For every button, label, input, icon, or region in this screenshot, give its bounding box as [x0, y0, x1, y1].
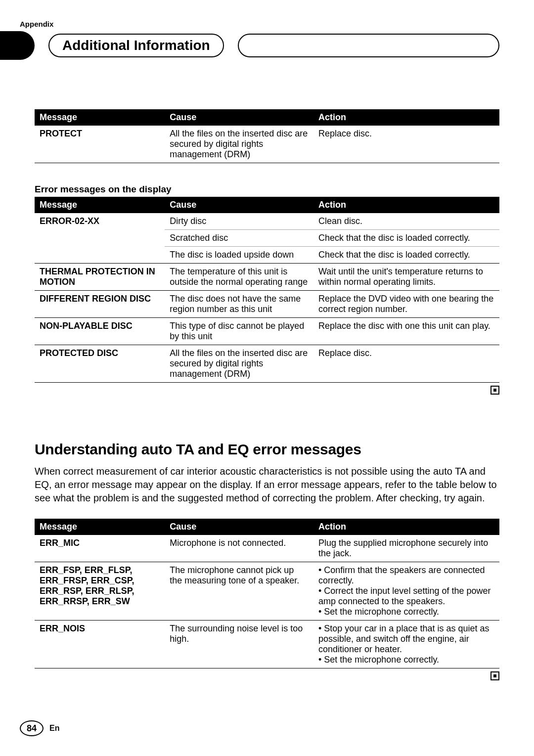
col-cause: Cause [165, 519, 313, 535]
table-row: ERR_FSP, ERR_FLSP, ERR_FRSP, ERR_CSP, ER… [35, 562, 499, 621]
cell-action: Check that the disc is loaded correctly. [313, 230, 499, 247]
page-number-badge: 84 [20, 720, 44, 736]
action-item: Set the microphone correctly. [318, 655, 494, 665]
table-header-row: Message Cause Action [35, 519, 499, 535]
table-row: PROTECT All the files on the inserted di… [35, 126, 499, 163]
cell-message: ERR_MIC [35, 535, 165, 562]
section-marker [0, 31, 35, 60]
action-item: Stop your car in a place that is as quie… [318, 623, 494, 655]
table-header-row: Message Cause Action [35, 109, 499, 126]
cell-cause: This type of disc cannot be played by th… [165, 318, 313, 345]
col-message: Message [35, 519, 165, 535]
protect-table: Message Cause Action PROTECT All the fil… [35, 109, 499, 163]
cell-action: Confirm that the speakers are connected … [313, 562, 499, 621]
cell-action: Replace the DVD video with one bearing t… [313, 291, 499, 318]
section-title-pill: Additional Information [48, 34, 224, 57]
ta-eq-error-table: Message Cause Action ERR_MIC Microphone … [35, 519, 499, 668]
cell-message: ERROR-02-XX [35, 213, 165, 264]
cell-action: Replace the disc with one this unit can … [313, 318, 499, 345]
section-heading-auto-ta-eq: Understanding auto TA and EQ error messa… [35, 441, 499, 458]
page: Appendix Additional Information Message … [0, 0, 534, 756]
page-footer: 84 En [20, 720, 59, 736]
section-end-marker [35, 386, 499, 397]
cell-action: Clean disc. [313, 213, 499, 230]
stop-icon [490, 671, 499, 680]
table-row: ERROR-02-XX Dirty disc Clean disc. [35, 213, 499, 230]
intro-paragraph: When correct measurement of car interior… [35, 465, 499, 505]
col-cause: Cause [165, 197, 313, 213]
cell-action: Stop your car in a place that is as quie… [313, 621, 499, 668]
cell-action: Plug the supplied microphone securely in… [313, 535, 499, 562]
action-item: Set the microphone correctly. [318, 607, 494, 617]
col-message: Message [35, 197, 165, 213]
cell-message: ERR_NOIS [35, 621, 165, 668]
stop-icon [490, 386, 499, 395]
cell-message: THERMAL PROTECTION IN MOTION [35, 264, 165, 291]
cell-message: PROTECT [35, 126, 165, 163]
header-row: Additional Information [0, 31, 499, 60]
action-item: Correct the input level setting of the p… [318, 586, 494, 607]
col-action: Action [313, 197, 499, 213]
cell-cause: All the files on the inserted disc are s… [165, 345, 313, 383]
cell-action: Replace disc. [313, 126, 499, 163]
cell-cause: The surrounding noise level is too high. [165, 621, 313, 668]
cell-cause: All the files on the inserted disc are s… [165, 126, 313, 163]
table-row: DIFFERENT REGION DISC The disc does not … [35, 291, 499, 318]
table-header-row: Message Cause Action [35, 197, 499, 213]
error-table: Message Cause Action ERROR-02-XX Dirty d… [35, 197, 499, 383]
col-cause: Cause [165, 109, 313, 126]
cell-cause: The temperature of this unit is outside … [165, 264, 313, 291]
cell-message: ERR_FSP, ERR_FLSP, ERR_FRSP, ERR_CSP, ER… [35, 562, 165, 621]
cell-cause: The microphone cannot pick up the measur… [165, 562, 313, 621]
cell-cause: Microphone is not connected. [165, 535, 313, 562]
subheading-error-messages: Error messages on the display [35, 184, 499, 195]
cell-action: Check that the disc is loaded correctly. [313, 247, 499, 264]
cell-action: Wait until the unit's temperature return… [313, 264, 499, 291]
col-message: Message [35, 109, 165, 126]
table-row: ERR_NOIS The surrounding noise level is … [35, 621, 499, 668]
action-item: Confirm that the speakers are connected … [318, 565, 494, 586]
cell-message: NON-PLAYABLE DISC [35, 318, 165, 345]
cell-cause: The disc is loaded upside down [165, 247, 313, 264]
cell-message: DIFFERENT REGION DISC [35, 291, 165, 318]
table-row: NON-PLAYABLE DISC This type of disc cann… [35, 318, 499, 345]
col-action: Action [313, 109, 499, 126]
table-row: THERMAL PROTECTION IN MOTION The tempera… [35, 264, 499, 291]
cell-cause: Scratched disc [165, 230, 313, 247]
cell-cause: The disc does not have the same region n… [165, 291, 313, 318]
table-row: PROTECTED DISC All the files on the inse… [35, 345, 499, 383]
appendix-label: Appendix [20, 20, 499, 28]
section-end-marker [35, 671, 499, 682]
cell-action: Replace disc. [313, 345, 499, 383]
cell-message: PROTECTED DISC [35, 345, 165, 383]
table-row: ERR_MIC Microphone is not connected. Plu… [35, 535, 499, 562]
cell-cause: Dirty disc [165, 213, 313, 230]
col-action: Action [313, 519, 499, 535]
empty-pill [238, 34, 499, 57]
language-label: En [49, 724, 59, 733]
